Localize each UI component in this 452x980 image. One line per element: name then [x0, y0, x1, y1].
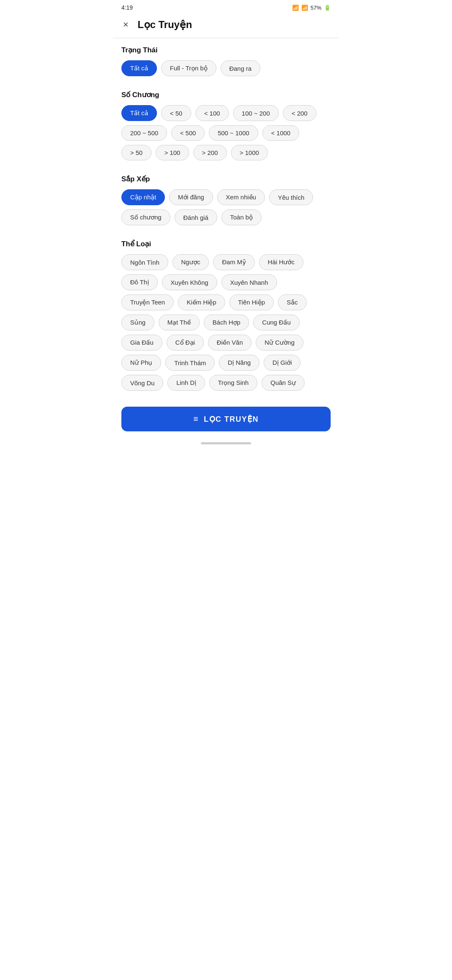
chip-tl-giadau[interactable]: Gia Đấu	[121, 335, 162, 351]
the-loai-chips: Ngôn TìnhNgượcĐam MỹHài HướcĐô ThịXuyên …	[121, 254, 331, 391]
chip-sx-capnhat[interactable]: Cập nhật	[121, 189, 165, 205]
chip-sc-gt50[interactable]: > 50	[121, 145, 152, 160]
so-chuong-chips: Tất cả< 50< 100100 ~ 200< 200200 ~ 500< …	[121, 105, 331, 160]
the-loai-label: Thể Loại	[121, 240, 331, 248]
section-sap-xep: Sắp Xếp Cập nhậtMới đăngXem nhiềuYêu thí…	[113, 167, 339, 232]
chip-tt-tatca[interactable]: Tất cả	[121, 60, 157, 76]
chip-tl-vongdu[interactable]: Võng Du	[121, 375, 163, 391]
filter-icon: ≡	[193, 414, 199, 424]
so-chuong-label: Số Chương	[121, 90, 331, 99]
chip-tl-kiemhiep[interactable]: Kiếm Hiệp	[178, 294, 225, 310]
chip-sc-lt1000[interactable]: < 1000	[262, 125, 299, 141]
chip-tl-nuphu[interactable]: Nữ Phụ	[121, 355, 161, 371]
chip-tl-dammy[interactable]: Đam Mỹ	[213, 254, 254, 270]
trang-thai-label: Trạng Thái	[121, 46, 331, 54]
chip-tl-tienhiep[interactable]: Tiên Hiệp	[229, 294, 274, 310]
chip-tl-xuyenkhong[interactable]: Xuyên Không	[162, 274, 217, 290]
chip-sc-gt1000[interactable]: > 1000	[231, 145, 268, 160]
header: × Lọc Truyện	[113, 13, 339, 38]
chip-tl-nontinh[interactable]: Ngôn Tình	[121, 254, 168, 270]
chip-sx-moidang[interactable]: Mới đăng	[169, 189, 213, 205]
chip-tl-mathe[interactable]: Mạt Thế	[159, 315, 200, 330]
chip-tl-trinhtham[interactable]: Trinh Thám	[165, 355, 215, 371]
chip-tl-trongsinh[interactable]: Trọng Sinh	[209, 375, 257, 391]
battery-icon: 🔋	[324, 5, 331, 11]
chip-sx-yeuthich[interactable]: Yêu thích	[269, 189, 313, 205]
chip-tt-dangra[interactable]: Đang ra	[221, 60, 260, 76]
chip-tl-sac[interactable]: Sắc	[278, 294, 307, 310]
section-the-loai: Thể Loại Ngôn TìnhNgượcĐam MỹHài HướcĐô …	[113, 232, 339, 397]
section-so-chuong: Số Chương Tất cả< 50< 100100 ~ 200< 2002…	[113, 83, 339, 167]
chip-sc-100to200[interactable]: 100 ~ 200	[233, 105, 279, 121]
chip-tl-bachhop[interactable]: Bách Hợp	[204, 315, 249, 330]
chip-sx-danhgia[interactable]: Đánh giá	[175, 209, 217, 225]
chip-tl-sung[interactable]: Sủng	[121, 315, 154, 330]
home-indicator-bar	[201, 442, 251, 444]
chip-sc-lt200[interactable]: < 200	[283, 105, 316, 121]
status-bar: 4:19 📶 📶 57% 🔋	[113, 0, 339, 13]
chip-tl-dothi[interactable]: Đô Thị	[121, 274, 158, 290]
chip-sx-toanbo[interactable]: Toàn bộ	[221, 209, 262, 225]
chip-tl-nguoc[interactable]: Ngược	[172, 254, 209, 270]
chip-tl-quansu[interactable]: Quân Sự	[262, 375, 305, 391]
battery-percent: 57%	[311, 5, 321, 11]
chip-tl-haihuoc[interactable]: Hài Hước	[259, 254, 303, 270]
chip-sc-lt50[interactable]: < 50	[161, 105, 191, 121]
close-button[interactable]: ×	[121, 18, 130, 32]
home-indicator	[113, 439, 339, 449]
chip-tl-nucuong[interactable]: Nữ Cường	[256, 335, 303, 351]
chip-sc-tatca[interactable]: Tất cả	[121, 105, 157, 121]
chip-tl-xuyennhanh[interactable]: Xuyên Nhanh	[221, 274, 277, 290]
chip-sx-xemnhieu[interactable]: Xem nhiều	[217, 189, 265, 205]
chip-tl-digioi[interactable]: Dị Giới	[264, 355, 300, 371]
wifi-icon: 📶	[292, 5, 299, 11]
status-time: 4:19	[121, 4, 133, 11]
chip-sc-500to1000[interactable]: 500 ~ 1000	[209, 125, 258, 141]
sap-xep-chips: Cập nhậtMới đăngXem nhiềuYêu thíchSố chư…	[121, 189, 331, 225]
chip-tl-codai[interactable]: Cổ Đại	[167, 335, 204, 351]
chip-tl-dinang[interactable]: Dị Năng	[219, 355, 259, 371]
status-right: 📶 📶 57% 🔋	[292, 5, 331, 11]
chip-sc-gt100[interactable]: > 100	[156, 145, 189, 160]
filter-button[interactable]: ≡ LỌC TRUYỆN	[121, 407, 331, 431]
chip-sc-lt100[interactable]: < 100	[195, 105, 229, 121]
chip-tl-truyenteen[interactable]: Truyện Teen	[121, 294, 174, 310]
signal-icon: 📶	[301, 5, 308, 11]
chip-sx-sochuong[interactable]: Số chương	[121, 209, 170, 225]
chip-tl-cungdau[interactable]: Cung Đấu	[253, 315, 299, 330]
sap-xep-label: Sắp Xếp	[121, 175, 331, 183]
chip-tt-full[interactable]: Full - Trọn bộ	[161, 60, 216, 76]
page-title: Lọc Truyện	[138, 19, 192, 31]
chip-sc-200to500[interactable]: 200 ~ 500	[121, 125, 167, 141]
trang-thai-chips: Tất cảFull - Trọn bộĐang ra	[121, 60, 331, 76]
filter-button-row: ≡ LỌC TRUYỆN	[113, 397, 339, 439]
chip-sc-gt200[interactable]: > 200	[193, 145, 227, 160]
filter-button-label: LỌC TRUYỆN	[204, 415, 259, 424]
chip-tl-dienvan[interactable]: Điền Văn	[208, 335, 252, 351]
chip-sc-lt500[interactable]: < 500	[171, 125, 205, 141]
chip-tl-linhdi[interactable]: Linh Dị	[167, 375, 205, 391]
section-trang-thai: Trạng Thái Tất cảFull - Trọn bộĐang ra	[113, 38, 339, 83]
